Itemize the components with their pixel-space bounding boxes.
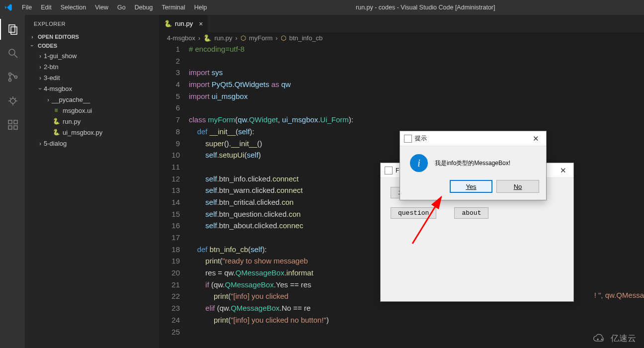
chevron-right-icon: › <box>37 52 43 60</box>
tree-item-ui_msgbox.py[interactable]: 🐍ui_msgbox.py <box>25 127 159 138</box>
menu-terminal[interactable]: Terminal <box>158 2 189 13</box>
close-icon[interactable]: ✕ <box>557 166 569 175</box>
window-icon <box>404 135 412 143</box>
svg-rect-17 <box>14 120 17 124</box>
tab-label: run.py <box>175 20 193 27</box>
svg-point-19 <box>597 339 598 340</box>
tree-item-label: run.py <box>63 118 80 125</box>
chevron-right-icon: › <box>198 34 200 42</box>
msgbox-text: 我是info类型的MessageBox! <box>435 159 510 168</box>
msgbox-buttons: Yes No <box>400 176 546 200</box>
msgbox-content: i 我是info类型的MessageBox! <box>400 146 546 176</box>
python-icon: 🐍 <box>164 20 172 27</box>
qt-msgbox-titlebar[interactable]: 提示 ✕ <box>400 131 546 146</box>
breadcrumb-icon: ⬡ <box>241 34 246 42</box>
svg-point-7 <box>10 98 15 103</box>
editor-tabs: 🐍 run.py × <box>159 15 644 32</box>
chevron-down-icon: › <box>37 86 44 91</box>
activity-bar <box>0 15 25 348</box>
close-icon[interactable]: ✕ <box>529 134 542 143</box>
breadcrumb[interactable]: 4-msgbox›🐍run.py›⬡myForm›⬡btn_info_cb <box>159 32 644 43</box>
breadcrumb-item[interactable]: btn_info_cb <box>289 34 322 42</box>
explorer-sidebar: EXPLORER ›OPEN EDITORS ›CODES ›1-gui_sho… <box>25 15 159 348</box>
chevron-right-icon: › <box>236 34 238 42</box>
main-menu: FileEditSelectionViewGoDebugTerminalHelp <box>18 2 211 13</box>
explorer-icon[interactable] <box>0 19 25 40</box>
code-overflow: ! ", qw.QMessa <box>594 291 644 300</box>
tree-item-label: 4-msgbox <box>44 85 72 92</box>
breadcrumb-item[interactable]: myForm <box>249 34 273 42</box>
chevron-down-icon: › <box>29 43 35 48</box>
menu-selection[interactable]: Selection <box>57 2 90 13</box>
window-icon <box>385 167 393 174</box>
question-button[interactable]: question <box>391 207 436 219</box>
svg-line-13 <box>15 98 16 99</box>
source-control-icon[interactable] <box>0 67 25 87</box>
chevron-right-icon: › <box>37 63 43 71</box>
watermark-label: 亿速云 <box>611 333 636 344</box>
tree-item-__pycache__[interactable]: ›__pycache__ <box>25 94 159 105</box>
workspace-section[interactable]: ›CODES <box>25 41 159 50</box>
tree-item-msgbox.ui[interactable]: ≡msgbox.ui <box>25 105 159 116</box>
cloud-icon <box>592 334 609 344</box>
line-numbers: 1234567891011121314151617181920212223242… <box>159 43 189 348</box>
svg-rect-15 <box>8 126 12 129</box>
menu-debug[interactable]: Debug <box>131 2 157 13</box>
yes-button[interactable]: Yes <box>450 180 492 193</box>
ui-file-icon: ≡ <box>52 106 61 115</box>
svg-rect-14 <box>8 120 12 124</box>
titlebar: FileEditSelectionViewGoDebugTerminalHelp… <box>0 0 644 15</box>
svg-point-20 <box>601 339 603 340</box>
tree-item-5-dialog[interactable]: ›5-dialog <box>25 138 159 149</box>
tree-item-label: ui_msgbox.py <box>63 129 102 136</box>
tree-item-run.py[interactable]: 🐍run.py <box>25 116 159 127</box>
tree-item-label: msgbox.ui <box>63 107 92 114</box>
menu-view[interactable]: View <box>91 2 112 13</box>
svg-rect-0 <box>9 25 15 32</box>
qt-form-title: F <box>396 167 399 174</box>
svg-rect-1 <box>11 27 17 34</box>
tree-item-2-btn[interactable]: ›2-btn <box>25 61 159 72</box>
no-button[interactable]: No <box>496 180 539 193</box>
menu-go[interactable]: Go <box>113 2 130 13</box>
svg-line-3 <box>14 55 17 58</box>
tree-item-label: 1-gui_show <box>44 52 77 60</box>
info-icon: i <box>410 154 428 172</box>
svg-point-5 <box>9 79 11 82</box>
tree-item-3-edit[interactable]: ›3-edit <box>25 72 159 83</box>
qt-msgbox-title: 提示 <box>415 134 427 143</box>
chevron-right-icon: › <box>37 140 43 147</box>
chevron-right-icon: › <box>276 34 278 42</box>
open-editors-label: OPEN EDITORS <box>38 34 79 40</box>
svg-point-4 <box>9 73 11 76</box>
extensions-icon[interactable] <box>0 114 25 135</box>
tree-item-4-msgbox[interactable]: ›4-msgbox <box>25 83 159 94</box>
chevron-right-icon: › <box>29 34 35 40</box>
breadcrumb-item[interactable]: 4-msgbox <box>167 34 195 42</box>
qt-messagebox[interactable]: 提示 ✕ i 我是info类型的MessageBox! Yes No <box>400 131 547 200</box>
svg-point-2 <box>9 49 15 55</box>
breadcrumb-icon: 🐍 <box>203 34 211 42</box>
chevron-right-icon: › <box>45 96 51 103</box>
debug-icon[interactable] <box>0 90 25 111</box>
search-icon[interactable] <box>0 43 25 64</box>
python-icon: 🐍 <box>52 117 61 126</box>
tree-item-label: 5-dialog <box>44 140 67 147</box>
menu-help[interactable]: Help <box>190 2 211 13</box>
tree-item-label: 2-btn <box>44 63 59 71</box>
file-tree: ›1-gui_show›2-btn›3-edit›4-msgbox›__pyca… <box>25 50 159 149</box>
open-editors-section[interactable]: ›OPEN EDITORS <box>25 32 159 41</box>
menu-edit[interactable]: Edit <box>37 2 56 13</box>
breadcrumb-item[interactable]: run.py <box>214 34 232 42</box>
breadcrumb-icon: ⬡ <box>281 34 286 42</box>
about-button[interactable]: about <box>454 207 488 219</box>
close-icon[interactable]: × <box>199 20 203 28</box>
svg-line-12 <box>10 98 11 99</box>
tree-item-label: __pycache__ <box>52 96 90 103</box>
vscode-icon <box>4 3 13 12</box>
tab-run-py[interactable]: 🐍 run.py × <box>159 15 208 32</box>
menu-file[interactable]: File <box>18 2 36 13</box>
window-title: run.py - codes - Visual Studio Code [Adm… <box>211 4 640 11</box>
chevron-right-icon: › <box>37 74 43 82</box>
tree-item-1-gui_show[interactable]: ›1-gui_show <box>25 50 159 61</box>
